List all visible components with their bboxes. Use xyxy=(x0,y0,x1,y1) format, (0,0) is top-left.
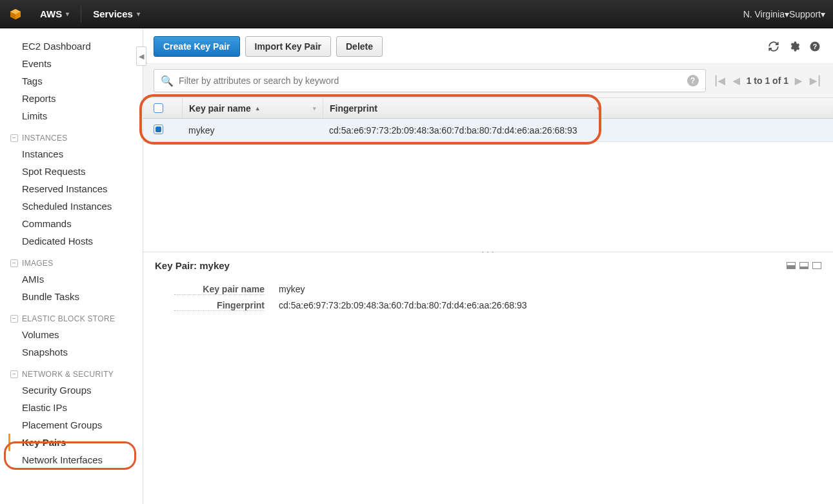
topbar: AWS▾ Services▾ N. Virginia▾ Support▾ xyxy=(0,0,833,28)
layout-split-icon[interactable] xyxy=(787,262,796,269)
sidebar-item-spot-requests[interactable]: Spot Requests xyxy=(10,163,143,180)
collapse-icon: − xyxy=(10,259,18,267)
delete-button[interactable]: Delete xyxy=(336,36,383,57)
main-content: Create Key Pair Import Key Pair Delete ?… xyxy=(143,28,833,504)
page-last-icon[interactable]: ▶⎮ xyxy=(808,76,823,86)
table-row[interactable]: mykey cd:5a:e6:97:73:2b:09:48:3a:60:7d:b… xyxy=(143,119,833,142)
create-key-pair-button[interactable]: Create Key Pair xyxy=(154,36,240,57)
sidebar-item-reports[interactable]: Reports xyxy=(10,90,143,107)
sidebar-group-images[interactable]: −IMAGES xyxy=(10,250,143,270)
page-prev-icon[interactable]: ◀ xyxy=(732,76,741,86)
sidebar-item-bundle-tasks[interactable]: Bundle Tasks xyxy=(10,288,143,305)
caret-down-icon: ▾ xyxy=(785,9,789,19)
table-body: mykey cd:5a:e6:97:73:2b:09:48:3a:60:7d:b… xyxy=(143,119,833,142)
caret-down-icon: ▾ xyxy=(821,9,825,19)
detail-pane-divider[interactable]: • • • xyxy=(143,252,833,252)
support-menu[interactable]: Support▾ xyxy=(789,9,825,19)
region-menu[interactable]: N. Virginia▾ xyxy=(743,9,789,19)
sidebar-item-dedicated-hosts[interactable]: Dedicated Hosts xyxy=(10,232,143,250)
search-help-icon[interactable]: ? xyxy=(687,75,699,86)
layout-full-icon[interactable] xyxy=(812,262,821,269)
grip-icon: • • • xyxy=(481,249,496,254)
pager-text: 1 to 1 of 1 xyxy=(747,76,788,86)
search-box[interactable]: 🔍 ? xyxy=(154,69,706,92)
sidebar-group-instances[interactable]: −INSTANCES xyxy=(10,125,143,145)
cell-fingerprint: cd:5a:e6:97:73:2b:09:48:3a:60:7d:ba:80:7… xyxy=(323,125,577,136)
sidebar: EC2 Dashboard Events Tags Reports Limits… xyxy=(0,28,143,504)
detail-value-name: mykey xyxy=(279,284,305,295)
refresh-icon[interactable] xyxy=(766,39,781,54)
sidebar-item-instances[interactable]: Instances xyxy=(10,145,143,163)
detail-label-name: Key pair name xyxy=(174,284,265,295)
sidebar-item-snapshots[interactable]: Snapshots xyxy=(10,343,143,361)
collapse-icon: − xyxy=(10,315,18,323)
help-icon[interactable]: ? xyxy=(807,39,823,54)
column-menu-icon[interactable]: ▾ xyxy=(597,105,600,112)
caret-down-icon: ▾ xyxy=(66,10,69,17)
row-checkbox[interactable] xyxy=(154,125,163,134)
sidebar-item-key-pairs[interactable]: Key Pairs xyxy=(8,434,143,451)
sort-asc-icon: ▲ xyxy=(255,105,261,112)
detail-title: Key Pair: mykey xyxy=(155,260,230,271)
detail-header: Key Pair: mykey xyxy=(143,252,833,276)
search-input[interactable] xyxy=(179,76,682,86)
select-all-cell xyxy=(154,103,182,113)
sidebar-item-tags[interactable]: Tags xyxy=(10,72,143,90)
sidebar-item-security-groups[interactable]: Security Groups xyxy=(10,381,143,399)
pager: ⎮◀ ◀ 1 to 1 of 1 ▶ ▶⎮ xyxy=(712,76,823,86)
column-menu-icon[interactable]: ▾ xyxy=(313,105,316,112)
cell-key-name: mykey xyxy=(182,125,323,136)
sidebar-group-ebs[interactable]: −ELASTIC BLOCK STORE xyxy=(10,305,143,326)
caret-down-icon: ▾ xyxy=(137,10,140,17)
sidebar-item-reserved-instances[interactable]: Reserved Instances xyxy=(10,180,143,197)
layout-bottom-icon[interactable] xyxy=(799,262,808,269)
brand-menu[interactable]: AWS▾ xyxy=(32,0,77,28)
page-first-icon[interactable]: ⎮◀ xyxy=(712,76,727,86)
layout-toggle xyxy=(787,262,821,269)
sidebar-item-network-interfaces[interactable]: Network Interfaces xyxy=(10,451,143,469)
select-all-checkbox[interactable] xyxy=(154,103,163,113)
sidebar-item-limits[interactable]: Limits xyxy=(10,107,143,125)
collapse-icon: − xyxy=(10,370,18,378)
sidebar-item-amis[interactable]: AMIs xyxy=(10,270,143,288)
filter-row: 🔍 ? ⎮◀ ◀ 1 to 1 of 1 ▶ ▶⎮ xyxy=(143,64,833,98)
sidebar-item-volumes[interactable]: Volumes xyxy=(10,326,143,343)
detail-body: Key pair name mykey Fingerprint cd:5a:e6… xyxy=(143,276,833,325)
aws-logo-icon xyxy=(8,6,23,22)
sidebar-group-network-security[interactable]: −NETWORK & SECURITY xyxy=(10,361,143,381)
sidebar-item-scheduled-instances[interactable]: Scheduled Instances xyxy=(10,197,143,215)
collapse-icon: − xyxy=(10,134,18,142)
search-icon: 🔍 xyxy=(161,75,174,87)
import-key-pair-button[interactable]: Import Key Pair xyxy=(245,36,331,57)
gear-icon[interactable] xyxy=(787,39,802,54)
column-header-fingerprint[interactable]: Fingerprint▾ xyxy=(323,98,607,118)
sidebar-item-commands[interactable]: Commands xyxy=(10,215,143,232)
sidebar-item-events[interactable]: Events xyxy=(10,55,143,72)
page-next-icon[interactable]: ▶ xyxy=(794,76,803,86)
services-menu[interactable]: Services▾ xyxy=(85,0,148,28)
action-bar: Create Key Pair Import Key Pair Delete ? xyxy=(143,28,833,64)
column-header-name[interactable]: Key pair name▲▾ xyxy=(182,98,323,118)
sidebar-item-ec2-dashboard[interactable]: EC2 Dashboard xyxy=(10,37,143,55)
table-header: Key pair name▲▾ Fingerprint▾ xyxy=(143,98,833,119)
detail-label-fingerprint: Fingerprint xyxy=(174,300,265,311)
sidebar-item-placement-groups[interactable]: Placement Groups xyxy=(10,416,143,434)
sidebar-item-elastic-ips[interactable]: Elastic IPs xyxy=(10,399,143,416)
separator xyxy=(81,6,81,23)
sidebar-collapse-handle[interactable]: ◀ xyxy=(136,46,146,66)
svg-text:?: ? xyxy=(813,43,817,50)
detail-value-fingerprint: cd:5a:e6:97:73:2b:09:48:3a:60:7d:ba:80:7… xyxy=(279,300,527,311)
